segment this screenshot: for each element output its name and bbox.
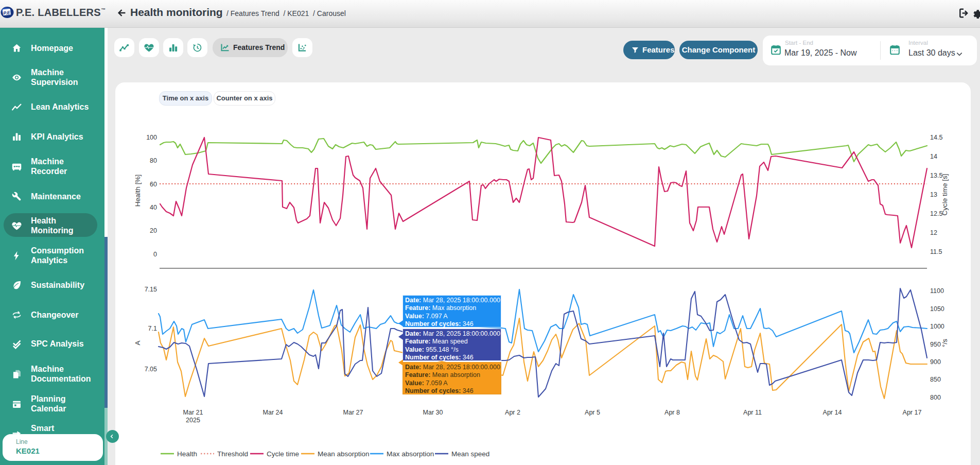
svg-text:P.E: P.E: [3, 10, 11, 15]
